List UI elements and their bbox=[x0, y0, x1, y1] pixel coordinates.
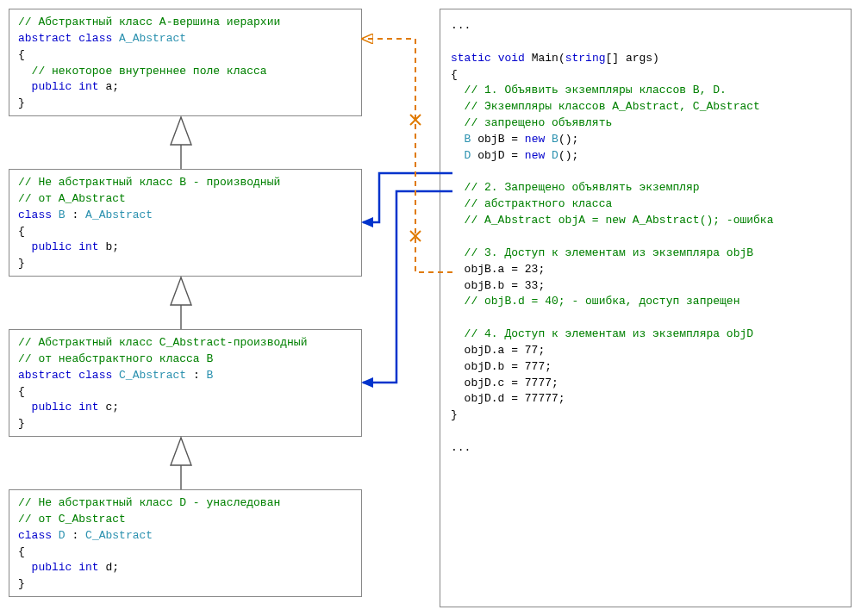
svg-line-9 bbox=[410, 231, 421, 241]
class-c-code: // Абстрактный класс C_Abstract-производ… bbox=[18, 335, 353, 432]
cross-icon-1 bbox=[410, 115, 421, 125]
svg-line-8 bbox=[410, 231, 421, 241]
inherit-c-d bbox=[171, 438, 191, 489]
class-a-code: // Абстрактный класс A-вершина иерархии … bbox=[18, 15, 353, 112]
inherit-b-c bbox=[171, 277, 191, 329]
main-code-box: ... static void Main(string[] args) { //… bbox=[440, 9, 852, 607]
svg-marker-3 bbox=[171, 277, 191, 305]
class-box-c: // Абстрактный класс C_Abstract-производ… bbox=[9, 329, 362, 437]
svg-line-6 bbox=[410, 115, 421, 125]
class-box-a: // Абстрактный класс A-вершина иерархии … bbox=[9, 9, 362, 116]
svg-marker-5 bbox=[171, 438, 191, 465]
svg-marker-1 bbox=[171, 117, 191, 145]
main-code: ... static void Main(string[] args) { //… bbox=[451, 18, 840, 457]
class-b-code: // Не абстрактный класс B - производный … bbox=[18, 175, 353, 272]
class-d-code: // Не абстрактный класс D - унаследован … bbox=[18, 495, 353, 593]
class-box-b: // Не абстрактный класс B - производный … bbox=[9, 169, 362, 277]
class-box-d: // Не абстрактный класс D - унаследован … bbox=[9, 489, 362, 597]
inherit-a-b bbox=[171, 117, 191, 169]
svg-line-7 bbox=[410, 115, 421, 125]
cross-icon-2 bbox=[410, 231, 421, 241]
